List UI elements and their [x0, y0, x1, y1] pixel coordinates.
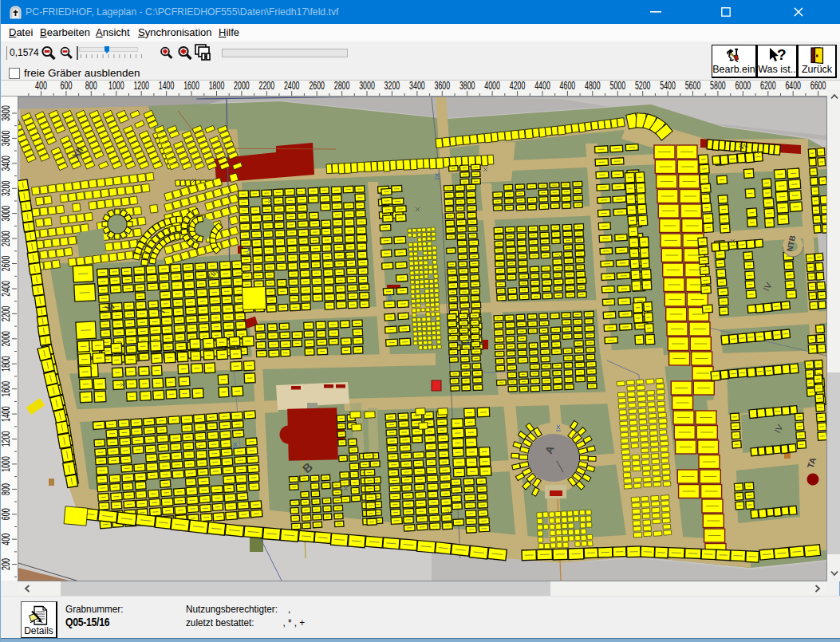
svg-text:2400: 2400 — [284, 80, 300, 92]
svg-text:4600: 4600 — [560, 80, 576, 92]
svg-text:1200: 1200 — [133, 80, 149, 92]
svg-text:1000: 1000 — [108, 80, 124, 92]
svg-text:1600: 1600 — [1, 381, 12, 397]
svg-text:3200: 3200 — [385, 80, 400, 92]
svg-text:3800: 3800 — [459, 80, 475, 92]
svg-text:3800: 3800 — [1, 105, 12, 121]
svg-text:2600: 2600 — [309, 80, 325, 92]
svg-text:600: 600 — [1, 508, 12, 520]
svg-text:400: 400 — [1, 533, 12, 545]
svg-text:2000: 2000 — [1, 331, 12, 347]
svg-text:3600: 3600 — [435, 80, 451, 92]
svg-text:5800: 5800 — [710, 80, 726, 92]
svg-text:6400: 6400 — [785, 80, 801, 92]
svg-text:1200: 1200 — [1, 431, 12, 447]
svg-text:4800: 4800 — [585, 80, 601, 92]
svg-text:1400: 1400 — [1, 406, 12, 422]
svg-text:3400: 3400 — [409, 80, 425, 92]
svg-text:5400: 5400 — [660, 80, 676, 92]
svg-text:1800: 1800 — [1, 356, 12, 372]
svg-text:4200: 4200 — [510, 80, 526, 92]
svg-text:1000: 1000 — [1, 456, 12, 472]
svg-text:400: 400 — [35, 80, 47, 92]
svg-text:4000: 4000 — [484, 80, 500, 92]
svg-text:800: 800 — [1, 483, 12, 495]
svg-text:?: ? — [777, 46, 787, 63]
svg-text:1600: 1600 — [183, 80, 199, 92]
svg-text:4400: 4400 — [534, 80, 550, 92]
svg-text:600: 600 — [60, 80, 72, 92]
svg-text:2000: 2000 — [234, 80, 250, 92]
svg-text:2200: 2200 — [1, 305, 12, 321]
svg-text:2600: 2600 — [1, 255, 12, 271]
svg-text:2400: 2400 — [1, 281, 12, 297]
svg-text:6000: 6000 — [735, 80, 751, 92]
svg-text:1800: 1800 — [209, 80, 225, 92]
svg-text:3200: 3200 — [1, 180, 12, 196]
svg-text:2200: 2200 — [259, 80, 275, 92]
svg-text:1400: 1400 — [159, 80, 175, 92]
svg-text:5000: 5000 — [610, 80, 626, 92]
svg-text:3400: 3400 — [1, 156, 12, 171]
svg-text:200: 200 — [1, 558, 12, 570]
svg-text:6600: 6600 — [810, 80, 826, 92]
svg-text:3000: 3000 — [1, 206, 12, 222]
svg-text:800: 800 — [85, 80, 97, 92]
svg-text:3000: 3000 — [359, 80, 375, 92]
svg-text:5200: 5200 — [635, 80, 651, 92]
svg-text:2800: 2800 — [1, 230, 12, 246]
svg-text:5600: 5600 — [685, 80, 701, 92]
svg-text:3600: 3600 — [1, 130, 12, 146]
svg-text:6200: 6200 — [760, 80, 776, 92]
svg-text:2800: 2800 — [334, 80, 350, 92]
